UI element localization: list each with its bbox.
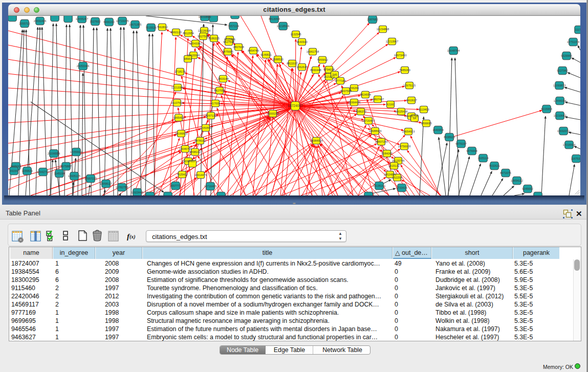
- svg-text:12975115: 12975115: [403, 84, 416, 87]
- svg-text:1588520: 1588520: [272, 58, 283, 61]
- svg-text:8215953: 8215953: [541, 107, 552, 111]
- svg-text:18724007: 18724007: [288, 104, 303, 107]
- svg-text:17016504: 17016504: [563, 143, 575, 146]
- svg-text:17359924: 17359924: [70, 150, 82, 154]
- svg-text:17957225: 17957225: [84, 177, 97, 180]
- svg-text:16107553: 16107553: [171, 101, 183, 104]
- svg-text:6879197: 6879197: [455, 142, 466, 145]
- svg-text:16671355: 16671355: [129, 23, 141, 26]
- svg-text:13226058: 13226058: [198, 29, 210, 32]
- svg-text:20206556: 20206556: [48, 152, 60, 155]
- svg-text:20364436: 20364436: [348, 101, 360, 104]
- svg-text:(x): (x): [129, 234, 136, 240]
- svg-text:1465061: 1465061: [10, 165, 21, 168]
- svg-text:10654112: 10654112: [511, 179, 523, 182]
- svg-text:8960123: 8960123: [170, 31, 181, 34]
- svg-text:12942737: 12942737: [37, 170, 49, 173]
- svg-text:7955812: 7955812: [317, 58, 328, 61]
- svg-text:9657771: 9657771: [170, 184, 181, 187]
- svg-text:7386372: 7386372: [355, 110, 366, 113]
- svg-text:9640910: 9640910: [296, 40, 307, 43]
- svg-text:7515526: 7515526: [145, 26, 156, 29]
- svg-text:1733426: 1733426: [396, 186, 407, 189]
- svg-text:8813054: 8813054: [269, 17, 279, 20]
- svg-text:8471675: 8471675: [500, 171, 511, 174]
- svg-text:9327505: 9327505: [198, 35, 208, 38]
- svg-text:8990448: 8990448: [310, 69, 321, 72]
- svg-text:9146821: 9146821: [260, 53, 271, 56]
- svg-text:7625402: 7625402: [177, 173, 187, 176]
- svg-text:39154: 39154: [10, 169, 17, 172]
- svg-text:11172: 11172: [575, 28, 580, 31]
- svg-text:1156829: 1156829: [21, 169, 32, 172]
- svg-text:10688609: 10688609: [369, 129, 381, 133]
- svg-text:12353594: 12353594: [200, 126, 212, 129]
- svg-text:10958117: 10958117: [100, 182, 112, 185]
- svg-text:1167533: 1167533: [571, 157, 580, 160]
- svg-text:16120746: 16120746: [392, 159, 404, 162]
- svg-text:15692071: 15692071: [557, 129, 570, 133]
- svg-text:14099489: 14099489: [182, 160, 194, 163]
- svg-text:2803144: 2803144: [217, 77, 228, 80]
- svg-text:8427552: 8427552: [214, 89, 225, 92]
- svg-text:1145194: 1145194: [54, 172, 64, 175]
- svg-text:2935114: 2935114: [477, 157, 488, 160]
- svg-text:18300295: 18300295: [267, 112, 279, 115]
- svg-text:8267130: 8267130: [205, 114, 216, 117]
- svg-text:9975887: 9975887: [60, 165, 71, 168]
- svg-text:9463627: 9463627: [406, 99, 417, 102]
- svg-text:11923448: 11923448: [131, 191, 143, 194]
- svg-text:2055712: 2055712: [19, 22, 30, 25]
- svg-text:18807249: 18807249: [375, 140, 387, 143]
- svg-text:9899695: 9899695: [421, 122, 431, 125]
- svg-text:9227342: 9227342: [557, 69, 568, 72]
- svg-text:9498222: 9498222: [189, 150, 200, 154]
- svg-text:3824554: 3824554: [360, 93, 371, 96]
- svg-text:1640954: 1640954: [432, 128, 443, 132]
- svg-text:10655267: 10655267: [76, 17, 88, 20]
- svg-text:16782759: 16782759: [116, 186, 128, 189]
- svg-text:3875685: 3875685: [222, 50, 233, 53]
- svg-text:98961: 98961: [184, 57, 191, 60]
- svg-text:6497568: 6497568: [340, 90, 351, 93]
- svg-text:8878332: 8878332: [194, 139, 205, 142]
- svg-text:2867608: 2867608: [233, 46, 244, 49]
- svg-text:20053346: 20053346: [77, 64, 89, 68]
- svg-text:417006: 417006: [211, 102, 220, 105]
- svg-text:10719155: 10719155: [116, 19, 128, 23]
- svg-text:19218506: 19218506: [277, 25, 289, 28]
- svg-text:2087682: 2087682: [367, 18, 378, 21]
- svg-text:545: 545: [332, 73, 337, 76]
- svg-text:16033809: 16033809: [199, 16, 211, 18]
- svg-text:62160: 62160: [386, 103, 394, 106]
- svg-text:8912954: 8912954: [183, 32, 193, 35]
- svg-text:16914479: 16914479: [194, 173, 207, 177]
- svg-text:10807487: 10807487: [372, 98, 384, 101]
- svg-text:10025438: 10025438: [395, 110, 407, 113]
- svg-text:19384554: 19384554: [310, 139, 322, 142]
- svg-text:9329966: 9329966: [561, 54, 572, 57]
- svg-text:19654923: 19654923: [402, 130, 415, 133]
- svg-text:7632621: 7632621: [489, 164, 499, 167]
- svg-text:7357224: 7357224: [228, 25, 238, 28]
- svg-text:12444194: 12444194: [554, 99, 566, 102]
- svg-text:9113403: 9113403: [418, 108, 429, 111]
- svg-text:16543362: 16543362: [189, 42, 202, 45]
- svg-text:9474444: 9474444: [466, 149, 477, 152]
- svg-text:6466160: 6466160: [103, 20, 114, 24]
- svg-text:20691406: 20691406: [34, 19, 46, 23]
- svg-text:1965493: 1965493: [173, 116, 184, 119]
- svg-text:12213967: 12213967: [386, 40, 398, 43]
- svg-text:8822037: 8822037: [287, 62, 297, 65]
- svg-text:12905135: 12905135: [68, 174, 80, 178]
- svg-text:19756928: 19756928: [398, 145, 410, 148]
- svg-text:19166825: 19166825: [175, 132, 187, 135]
- svg-text:1362615: 1362615: [296, 65, 307, 69]
- svg-text:12213389: 12213389: [171, 86, 184, 89]
- svg-text:9527508: 9527508: [223, 40, 234, 43]
- svg-text:16648784: 16648784: [447, 49, 460, 52]
- svg-text:1615132: 1615132: [388, 164, 399, 167]
- svg-text:15751074: 15751074: [567, 40, 579, 43]
- svg-text:8186325: 8186325: [208, 37, 219, 40]
- svg-text:16210643: 16210643: [554, 114, 566, 117]
